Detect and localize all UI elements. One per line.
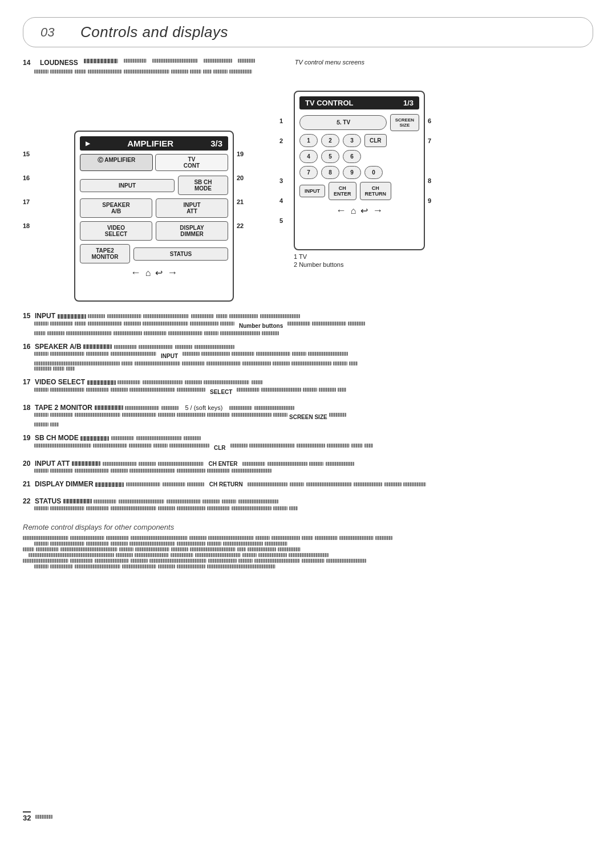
nb-18g — [50, 413, 73, 417]
desc-20-line2 — [34, 469, 593, 473]
btn-sb-ch-mode[interactable]: SB CHMODE — [178, 176, 228, 195]
descriptions-area: 15 INPUT Number buttons — [23, 310, 593, 568]
btn-4[interactable]: 4 — [299, 150, 318, 163]
nb-15n — [143, 322, 188, 326]
nb-15g — [229, 314, 258, 318]
btn-screen-size[interactable]: SCREENSIZE — [390, 114, 419, 131]
nb-15t — [34, 331, 46, 335]
btn-tv-input[interactable]: INPUT — [299, 185, 325, 197]
btn-0[interactable]: 0 — [364, 166, 383, 179]
nb-22j — [86, 506, 109, 510]
nav-home[interactable]: ⌂ — [145, 268, 151, 278]
nav-left[interactable]: ← — [131, 267, 141, 279]
screen-size-inline: SCREEN SIZE — [289, 413, 327, 421]
btn-tape2-monitor[interactable]: TAPE2MONITOR — [80, 244, 130, 263]
btn-6[interactable]: 6 — [343, 150, 361, 163]
nb-20m — [129, 469, 175, 473]
rnb39 — [289, 553, 329, 557]
nb-16z — [34, 367, 51, 371]
label-15: 15 — [23, 142, 40, 166]
btn-2[interactable]: 2 — [321, 134, 339, 147]
rnb49 — [326, 559, 366, 563]
tab-tv-cont[interactable]: TVCONT — [155, 154, 228, 171]
nb-21h — [354, 482, 382, 486]
noise-block-14c — [152, 59, 198, 63]
num-buttons-label: Number buttons — [239, 322, 283, 330]
btn-1[interactable]: 1 — [299, 134, 318, 147]
nb-20o — [207, 469, 230, 473]
btn-ch-return[interactable]: CHRETURN — [360, 182, 392, 200]
btn-input[interactable]: INPUT — [80, 179, 175, 192]
tv-spacer1 — [279, 151, 294, 170]
item-14-title: LOUDNESS — [40, 59, 78, 67]
nb-17m — [237, 388, 260, 392]
btn-display-dimmer[interactable]: DISPLAYDIMMER — [156, 221, 228, 241]
nb-18d — [229, 406, 252, 410]
title-20: INPUT ATT — [35, 460, 70, 468]
amp-nav-row: ← ⌂ ↩ → — [80, 267, 228, 279]
nb-20d — [158, 462, 204, 466]
amp-title-text: AMPLIFIER — [127, 139, 173, 148]
rnb11 — [339, 536, 374, 540]
tv-rlabel-6: 6 — [425, 111, 439, 131]
nb-21d — [187, 482, 204, 486]
rnb8 — [271, 536, 300, 540]
btn-tv[interactable]: ⒌ TV — [299, 115, 387, 130]
ch-enter-inline: CH ENTER — [208, 461, 237, 467]
tv-rlabel-8: 8 — [425, 170, 439, 190]
btn-3[interactable]: 3 — [343, 134, 361, 147]
nb-17g — [34, 388, 48, 392]
nb-20p — [232, 469, 271, 473]
desc-19: 19 SB CH MODE CLR — [23, 432, 593, 452]
tv-nav-home[interactable]: ⌂ — [351, 206, 356, 216]
footer-nb — [35, 815, 52, 819]
rnb28 — [190, 547, 236, 551]
rnb21 — [265, 542, 287, 546]
btn-speaker-ab[interactable]: SPEAKERA/B — [80, 198, 152, 218]
tv-label-4: 4 — [279, 190, 294, 210]
nb-19j — [230, 444, 248, 448]
btn-9[interactable]: 9 — [343, 166, 361, 179]
nb-16h — [86, 352, 109, 356]
btn-input-att[interactable]: INPUTATT — [156, 198, 228, 218]
nb-15i — [34, 322, 48, 326]
nb-22i — [50, 506, 84, 510]
rnb18 — [177, 542, 205, 546]
desc-17-line2: SELECT — [34, 388, 593, 396]
nav-return[interactable]: ↩ — [155, 267, 163, 278]
btn-status[interactable]: STATUS — [133, 247, 228, 261]
btn-clr[interactable]: CLR — [364, 134, 387, 147]
nb-15m — [124, 322, 141, 326]
nb-18c — [161, 406, 179, 410]
title-17: VIDEO SELECT — [35, 378, 85, 386]
btn-5[interactable]: 5 — [321, 150, 339, 163]
nb-19h — [153, 444, 168, 448]
nb-16x — [333, 361, 347, 365]
nb-21g — [306, 482, 352, 486]
ann-tv: 1 TV — [294, 253, 439, 260]
nb-15f — [216, 314, 228, 318]
rnb3 — [106, 536, 129, 540]
select-label: SELECT — [210, 388, 232, 396]
footer-page-num: 32 — [23, 811, 31, 822]
tv-label-5: 5 — [279, 210, 294, 230]
btn-ch-enter[interactable]: CHENTER — [329, 182, 356, 200]
tv-nav-return[interactable]: ↩ — [360, 205, 368, 216]
item-14-number: 14 — [23, 59, 34, 67]
tv-nav-left[interactable]: ← — [336, 205, 346, 217]
nb-19c — [136, 436, 182, 440]
rnb9 — [302, 536, 313, 540]
btn-7[interactable]: 7 — [299, 166, 318, 179]
nb-17p — [319, 388, 336, 392]
remote-label-section: Remote control displays for other compon… — [23, 522, 593, 533]
tab-amplifier[interactable]: Ⓒ AMPLIFIER — [80, 154, 153, 171]
nb-16w — [291, 361, 331, 365]
nb-19a — [80, 436, 109, 441]
nb-22d — [167, 499, 201, 503]
input-label-inline: INPUT — [161, 352, 178, 360]
rnb36 — [195, 553, 241, 557]
tv-nav-right[interactable]: → — [372, 205, 383, 217]
btn-video-select[interactable]: VIDEOSELECT — [80, 221, 152, 241]
nav-right[interactable]: → — [167, 267, 177, 279]
btn-8[interactable]: 8 — [321, 166, 339, 179]
